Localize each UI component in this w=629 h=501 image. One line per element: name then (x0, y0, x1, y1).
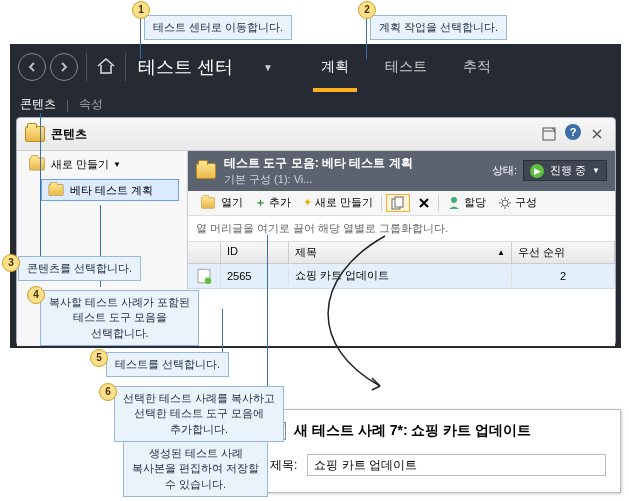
callout-number-3: 3 (2, 254, 20, 272)
chevron-down-icon: ▼ (113, 160, 121, 169)
new-test-case-card: 새 테스트 사례 7*: 쇼핑 카트 업데이트 제목: (255, 409, 621, 493)
callout-line-3 (40, 113, 41, 256)
svg-rect-2 (395, 197, 403, 207)
tab-test[interactable]: 테스트 (367, 44, 445, 90)
title-column-label: 제목 (295, 245, 317, 260)
panel-header: 콘텐츠 ? (17, 118, 615, 151)
callout-box-3: 콘텐츠를 선택합니다. (18, 256, 141, 281)
folder-icon (196, 163, 216, 179)
callout-number-5: 5 (90, 349, 108, 367)
state-label: 상태: (492, 163, 517, 178)
subtab-contents[interactable]: 콘텐츠 (10, 92, 66, 117)
close-panel-button[interactable] (587, 124, 607, 144)
sort-asc-icon: ▲ (497, 248, 505, 257)
callout-box-4: 복사할 테스트 사례가 포함된 테스트 도구 모음을 선택합니다. (40, 290, 199, 346)
title-input[interactable] (307, 454, 606, 476)
state-dropdown[interactable]: ▶ 진행 중 ▼ (523, 160, 607, 181)
copy-button[interactable] (386, 194, 410, 212)
folder-icon (25, 126, 45, 142)
home-button[interactable] (95, 55, 117, 80)
priority-column-header[interactable]: 우선 순위 (512, 242, 615, 263)
grid-row[interactable]: 2565 쇼핑 카트 업데이트 2 (188, 264, 615, 289)
new-button[interactable]: ✦ 새로 만들기 (299, 194, 377, 211)
grid-header: ID 제목 ▲ 우선 순위 (188, 242, 615, 264)
add-button[interactable]: ＋ 추가 (251, 194, 295, 211)
tree-new-button[interactable]: 새로 만들기 ▼ (23, 154, 125, 174)
nav-dropdown[interactable]: ▼ (263, 62, 273, 73)
detail-toolbar: 열기 ＋ 추가 ✦ 새로 만들기 (188, 191, 615, 216)
sparkle-icon: ✦ (303, 196, 312, 209)
window-icon (542, 127, 556, 141)
callout-box-6: 선택한 테스트 사례를 복사하고 선택한 테스트 도구 모음에 추가합니다. (114, 386, 284, 442)
callout-box-5: 테스트를 선택합니다. (106, 352, 229, 377)
callout-line-1 (140, 19, 141, 59)
delete-button[interactable] (414, 196, 434, 210)
subtabs: 콘텐츠 | 속성 (10, 92, 113, 117)
arrow-left-icon (26, 61, 38, 73)
tab-track[interactable]: 추적 (445, 44, 509, 90)
tab-plan[interactable]: 계획 (303, 44, 367, 90)
configure-label: 구성 (515, 195, 537, 210)
callout-number-4: 4 (27, 286, 45, 304)
callout-box-2: 계획 작업을 선택합니다. (370, 15, 507, 40)
forward-button[interactable] (50, 53, 78, 81)
toolbar-separator (438, 195, 439, 211)
open-button[interactable]: 열기 (194, 194, 247, 212)
callout-number-1: 1 (132, 1, 150, 19)
subtab-properties[interactable]: 속성 (69, 92, 113, 117)
folder-icon (29, 158, 45, 171)
add-label: 추가 (269, 195, 291, 210)
row-priority: 2 (512, 267, 615, 285)
title-field-label: 제목: (270, 457, 297, 474)
close-icon (591, 128, 603, 140)
assign-button[interactable]: 할당 (443, 194, 490, 211)
callout-number-6: 6 (99, 383, 117, 401)
back-button[interactable] (18, 53, 46, 81)
callout-box-1: 테스트 센터로 이동합니다. (144, 15, 292, 40)
row-id: 2565 (221, 267, 289, 285)
callout-line-2 (366, 19, 367, 59)
play-icon: ▶ (530, 164, 544, 178)
help-button[interactable]: ? (565, 124, 581, 140)
nav-tabs: 계획 테스트 추적 (303, 44, 509, 90)
drag-column-header[interactable] (188, 242, 221, 263)
detail-header: 테스트 도구 모음: 베타 테스트 계획 기본 구성 (1): Vi... 상태… (188, 151, 615, 191)
open-icon (201, 197, 215, 208)
svg-point-3 (451, 197, 457, 203)
new-label: 새로 만들기 (315, 195, 373, 210)
chevron-down-icon: ▼ (592, 166, 600, 175)
tree-toolbar: 새로 만들기 ▼ (17, 151, 187, 177)
delete-icon (418, 197, 430, 209)
new-test-case-title: 새 테스트 사례 7*: 쇼핑 카트 업데이트 (294, 422, 531, 440)
callout-line-6 (267, 235, 268, 395)
person-icon (447, 196, 461, 210)
copy-icon (391, 196, 405, 210)
configure-button[interactable]: 구성 (494, 194, 541, 211)
nav-bar: 테스트 센터 ▼ 계획 테스트 추적 (10, 44, 621, 90)
tree-item-beta-plan[interactable]: 베타 테스트 계획 (41, 179, 179, 201)
title-column-header[interactable]: 제목 ▲ (289, 242, 512, 263)
assign-label: 할당 (464, 195, 486, 210)
nav-separator (86, 53, 87, 81)
id-column-header[interactable]: ID (221, 242, 289, 263)
open-label: 열기 (221, 195, 243, 210)
test-case-icon (198, 269, 211, 283)
detail-title: 테스트 도구 모음: 베타 테스트 계획 (224, 156, 492, 172)
callout-number-2: 2 (358, 1, 376, 19)
callout-box-6b: 생성된 테스트 사례 복사본을 편집하여 저장할 수 있습니다. (123, 441, 268, 497)
group-hint: 열 머리글을 여기로 끌어 해당 열별로 그룹화합니다. (188, 216, 615, 242)
home-icon (95, 55, 117, 77)
plus-icon: ＋ (255, 195, 266, 210)
tree-new-label: 새로 만들기 (51, 157, 109, 172)
nav-separator (125, 53, 126, 81)
toolbar-separator (381, 195, 382, 211)
tree-item-label: 베타 테스트 계획 (70, 183, 153, 198)
gear-icon (498, 196, 512, 210)
panel-action-button[interactable] (539, 124, 559, 144)
row-title: 쇼핑 카트 업데이트 (289, 265, 512, 286)
state-value: 진행 중 (550, 163, 586, 178)
nav-title: 테스트 센터 (138, 55, 233, 79)
detail-subtitle: 기본 구성 (1): Vi... (224, 172, 492, 186)
detail-pane: 테스트 도구 모음: 베타 테스트 계획 기본 구성 (1): Vi... 상태… (188, 151, 615, 346)
svg-point-4 (502, 200, 508, 206)
